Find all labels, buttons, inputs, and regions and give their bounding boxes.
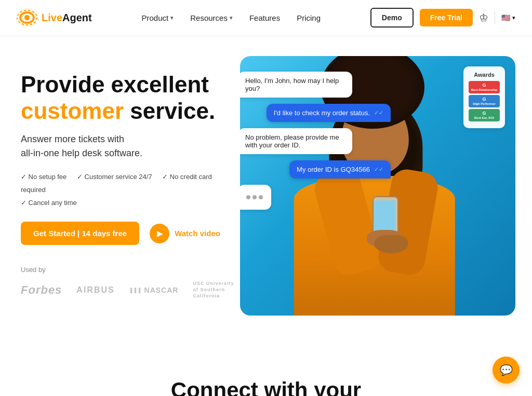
chat-bubble-4: My order ID is GQ34566 ✓✓ bbox=[289, 160, 391, 179]
brand-logos: Forbes AIRBUS ⫿⫿⫿ NASCAR USC Universityo… bbox=[21, 281, 239, 299]
brand-nascar: ⫿⫿⫿ NASCAR bbox=[129, 286, 179, 294]
logo-text: LiveAgent bbox=[42, 12, 92, 24]
hero-checks: ✓ No setup fee ✓ Customer service 24/7 ✓… bbox=[21, 171, 239, 209]
chat-overlay: Hello, I'm John, how may I help you? I'd… bbox=[240, 72, 391, 216]
award-3: G Best Est. ROI bbox=[469, 109, 500, 121]
nav-resources[interactable]: Resources ▾ bbox=[190, 13, 233, 22]
chat-bubble-2: I'd like to check my order status. ✓✓ bbox=[267, 104, 391, 122]
chevron-down-icon: ▾ bbox=[170, 15, 174, 21]
hero-section: Provide excellent customer service. Answ… bbox=[0, 35, 532, 347]
brand-usc: USC Universityof SouthernCalifornia bbox=[193, 281, 234, 299]
chat-row-3: No problem, please provide me with your … bbox=[240, 128, 391, 154]
hero-subheadline: Answer more tickets withall-in-one help … bbox=[21, 132, 239, 160]
logo-icon bbox=[17, 7, 37, 28]
nav-links: Product ▾ Resources ▾ Features Pricing bbox=[142, 13, 321, 22]
navbar: LiveAgent Product ▾ Resources ▾ Features… bbox=[0, 0, 532, 35]
svg-point-2 bbox=[24, 15, 30, 20]
check-icon: ✓✓ bbox=[374, 166, 383, 173]
chat-row-4: My order ID is GQ34566 ✓✓ bbox=[240, 160, 391, 179]
chat-row-1: Hello, I'm John, how may I help you? bbox=[240, 72, 391, 98]
chevron-down-icon: ▾ bbox=[230, 15, 233, 21]
language-selector[interactable]: 🇺🇸 ▾ bbox=[501, 13, 515, 22]
hero-image: Hello, I'm John, how may I help you? I'd… bbox=[240, 56, 515, 316]
bottom-headline: Connect with your bbox=[17, 378, 515, 396]
nav-actions: Demo Free Trial ♔ 🇺🇸 ▾ bbox=[370, 8, 515, 28]
check-icon: ✓✓ bbox=[374, 110, 383, 116]
hero-headline: Provide excellent customer service. bbox=[21, 72, 239, 124]
chevron-down-icon: ▾ bbox=[512, 15, 515, 21]
awards-badge: Awards G Best Relationship G High Perfor… bbox=[463, 66, 505, 128]
chat-row-typing bbox=[240, 185, 391, 210]
nav-features[interactable]: Features bbox=[249, 13, 280, 22]
logo[interactable]: LiveAgent bbox=[17, 7, 92, 28]
brand-forbes: Forbes bbox=[21, 283, 62, 297]
hero-left: Provide excellent customer service. Answ… bbox=[21, 56, 239, 299]
play-icon: ▶ bbox=[150, 224, 169, 243]
nav-divider bbox=[495, 11, 495, 24]
chat-bubble-3: No problem, please provide me with your … bbox=[240, 128, 352, 154]
user-icon[interactable]: ♔ bbox=[479, 11, 488, 24]
bottom-section: Connect with your bbox=[0, 347, 532, 396]
nav-pricing[interactable]: Pricing bbox=[297, 13, 321, 22]
demo-button[interactable]: Demo bbox=[370, 8, 414, 28]
nav-product[interactable]: Product ▾ bbox=[142, 13, 174, 22]
brand-airbus: AIRBUS bbox=[76, 285, 114, 295]
typing-indicator bbox=[240, 185, 271, 210]
chat-row-2: I'd like to check my order status. ✓✓ bbox=[240, 104, 391, 122]
get-started-button[interactable]: Get Started | 14 days free bbox=[21, 222, 139, 245]
hero-buttons: Get Started | 14 days free ▶ Watch video bbox=[21, 222, 239, 245]
chat-bubble-1: Hello, I'm John, how may I help you? bbox=[240, 72, 352, 98]
used-by-label: Used by bbox=[21, 266, 239, 274]
watch-video-button[interactable]: ▶ Watch video bbox=[150, 224, 220, 243]
chat-widget-icon: 💬 bbox=[500, 364, 513, 376]
award-2: G High Performer bbox=[469, 95, 500, 107]
hero-right: Hello, I'm John, how may I help you? I'd… bbox=[240, 56, 515, 316]
award-1: G Best Relationship bbox=[469, 81, 500, 93]
chat-widget[interactable]: 💬 bbox=[493, 357, 520, 384]
free-trial-button[interactable]: Free Trial bbox=[420, 9, 473, 26]
